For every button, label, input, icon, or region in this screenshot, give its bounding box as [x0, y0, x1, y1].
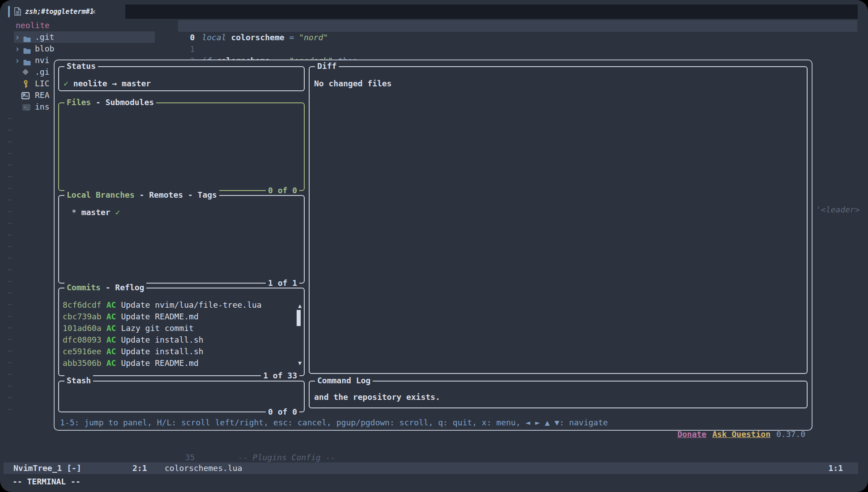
statusline-file-position: 1:1: [828, 462, 843, 474]
commit-row[interactable]: 8cf6dcdfACUpdate nvim/lua/file-tree.lua: [63, 299, 262, 311]
commits-panel[interactable]: Commits - Reflog 8cf6dcdfACUpdate nvim/l…: [58, 288, 305, 376]
tree-item-git[interactable]: › .git: [14, 31, 155, 43]
tree-item-label: nvi: [35, 55, 50, 66]
tree-root-label[interactable]: neolite: [16, 20, 50, 31]
tab-active-indicator: [8, 6, 10, 17]
branch-row[interactable]: * master ✓: [72, 207, 120, 218]
statusline-file-name: colorschemes.lua: [165, 462, 242, 474]
commits-count: 1 of 33: [261, 370, 299, 382]
statusline-buffer-name: NvimTree_1 [-]: [13, 462, 81, 474]
tab-title: zsh;#toggleterm#1: [25, 4, 94, 19]
lazygit-float-window: Status ✓ neolite → master Files - Submod…: [54, 59, 813, 431]
background-code-text: '<leader>: [816, 204, 860, 216]
chevron-right-icon: ›: [15, 31, 20, 43]
diff-panel-title: Diff: [315, 60, 339, 72]
stash-count: 0 of 0: [266, 406, 299, 418]
file-icon: [14, 7, 21, 19]
files-panel[interactable]: Files - Submodules 0 of 0: [58, 102, 305, 191]
commit-row[interactable]: abb3506bACUpdate README.md: [63, 357, 199, 369]
scroll-down-icon[interactable]: ▼: [298, 357, 302, 369]
check-icon: ✓: [64, 79, 68, 88]
tree-item-label: ins: [35, 101, 50, 113]
commits-panel-title: Commits - Reflog: [64, 282, 146, 293]
code-line: 2if colorscheme == "onedark" then: [152, 43, 357, 55]
donate-link[interactable]: Donate: [677, 429, 706, 439]
close-icon[interactable]: ×: [91, 4, 96, 19]
mode-indicator: -- TERMINAL --: [13, 476, 81, 488]
diff-text: No changed files: [314, 78, 391, 89]
commit-row[interactable]: ce5916eeACUpdate install.sh: [63, 346, 204, 357]
commit-row[interactable]: cbc739abACUpdate README.md: [63, 311, 199, 322]
keybindings-help: 1-5: jump to panel, H/L: scroll left/rig…: [60, 417, 608, 428]
tree-item-label: blob: [35, 43, 54, 55]
stash-panel-title: Stash: [64, 375, 93, 386]
chevron-right-icon: ›: [15, 43, 20, 55]
tree-item-label: .gi: [35, 66, 50, 78]
tree-item-label: .git: [35, 31, 54, 43]
files-panel-title: Files - Submodules: [64, 97, 156, 108]
markdown-icon: M↓: [21, 92, 30, 99]
status-panel-title: Status: [64, 60, 98, 72]
code-line: 36diagnostics = {: [152, 452, 311, 463]
app-window: zsh;#toggleterm#1 × neolite › .git › blo…: [0, 0, 868, 492]
command-log-panel-title: Command Log: [315, 375, 373, 386]
terminal-icon: ›_: [22, 104, 30, 110]
status-panel[interactable]: Status ✓ neolite → master: [58, 66, 305, 91]
stash-panel[interactable]: Stash 0 of 0: [58, 381, 305, 412]
commit-row[interactable]: 101ad60aACLazy git commit: [63, 322, 194, 334]
ask-question-link[interactable]: Ask Question: [712, 429, 770, 439]
command-log-panel[interactable]: Command Log and the repository exists.: [309, 381, 808, 408]
diff-panel[interactable]: Diff No changed files: [309, 66, 808, 374]
tabline-fill: [125, 4, 858, 19]
tree-item-label: LIC: [35, 78, 50, 89]
version-label: 0.37.0: [776, 429, 805, 439]
tree-item-label: REA: [35, 89, 50, 101]
code-line: 0local colorscheme = "nord": [152, 20, 328, 32]
tree-item-blob[interactable]: › blob: [14, 43, 155, 55]
status-line[interactable]: ✓ neolite → master: [64, 78, 151, 89]
chevron-right-icon: ›: [15, 55, 20, 66]
link-bar: DonateAsk Question0.37.0: [648, 417, 805, 428]
terminal-tab[interactable]: zsh;#toggleterm#1 ×: [0, 4, 125, 19]
check-icon: ✓: [115, 208, 120, 217]
branches-panel[interactable]: Local Branches - Remotes - Tags * master…: [58, 195, 305, 284]
code-line: 35-- Plugins Config --: [152, 440, 335, 452]
scrollbar-thumb[interactable]: [297, 310, 301, 326]
git-diamond-icon: [23, 69, 28, 74]
empty-buffer-lines: ~~~~~~~~~~~~~~~~~~~~~~~~~~: [7, 113, 12, 415]
commit-row[interactable]: dfc08093ACUpdate install.sh: [63, 334, 204, 346]
command-log-text: and the repository exists.: [314, 391, 440, 403]
statusline-buffer-position: 2:1: [132, 462, 147, 474]
branches-panel-title: Local Branches - Remotes - Tags: [64, 189, 219, 201]
statusline: NvimTree_1 [-] 2:1 colorschemes.lua 1:1: [4, 462, 858, 474]
code-line: 1: [152, 32, 195, 43]
